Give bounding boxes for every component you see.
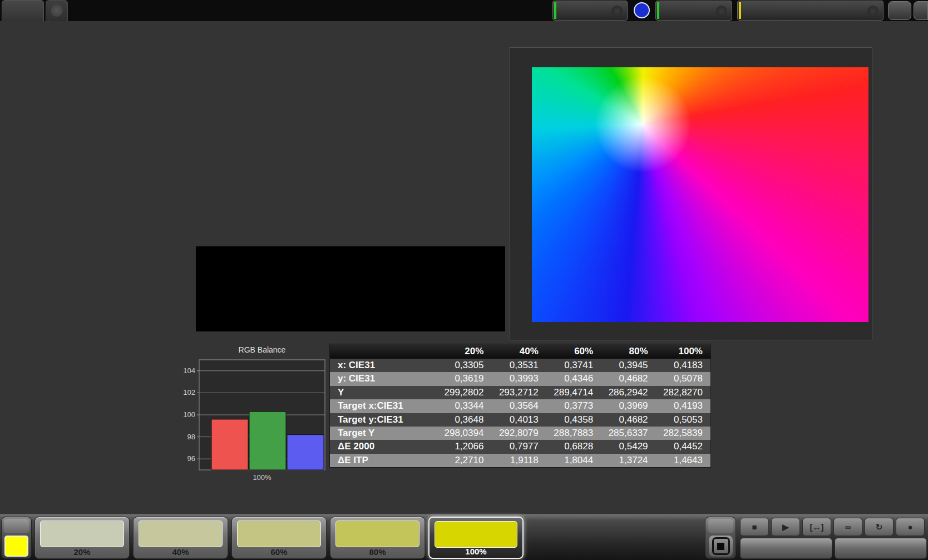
tab-add[interactable] <box>46 0 68 21</box>
table-col-header: 60% <box>546 344 601 359</box>
table-value: 0,3773 <box>546 399 601 413</box>
table-value: 1,9118 <box>491 454 546 467</box>
patch-level-button-40%[interactable]: 40% <box>133 517 228 559</box>
settings-button[interactable] <box>888 1 911 20</box>
table-col-header: 40% <box>491 344 546 359</box>
pattern-window-button[interactable] <box>709 536 733 557</box>
table-value: 0,3344 <box>437 399 491 413</box>
table-value: 0,3741 <box>546 359 601 372</box>
table-value: 0,4013 <box>491 413 546 427</box>
rgb-bar-G <box>249 412 286 470</box>
cie-1976-chart <box>510 47 872 340</box>
table-value: 0,3619 <box>437 372 491 385</box>
patch-color-swatch <box>139 521 223 547</box>
table-value: 282,5839 <box>656 427 710 440</box>
table-value: 289,4714 <box>546 386 601 399</box>
single-measure-button[interactable]: [↔] <box>802 518 831 536</box>
table-value: 0,4358 <box>546 413 601 427</box>
table-value: 0,3993 <box>491 372 546 385</box>
patch-color-swatch <box>40 521 124 547</box>
back-button[interactable] <box>740 538 832 559</box>
table-value: 292,8079 <box>491 427 546 440</box>
meter-status-stripe <box>554 2 556 19</box>
svg-text:98: 98 <box>187 433 195 441</box>
table-value: 0,4193 <box>656 399 710 413</box>
display-control-status-stripe <box>739 2 741 19</box>
row-label: y: CIE31 <box>330 372 437 385</box>
stop-icon: ■ <box>752 522 757 532</box>
patch-color-swatch <box>335 521 419 547</box>
meter-dropdown[interactable] <box>552 1 628 21</box>
rgb-bar-R <box>211 419 248 470</box>
display-control-dropdown[interactable] <box>737 1 883 21</box>
svg-text:100%: 100% <box>253 473 272 482</box>
patch-level-button-60%[interactable]: 60% <box>231 517 327 559</box>
table-value: 0,5053 <box>656 413 710 427</box>
table-row: ΔE 20001,20660,79770,68280,54290,4452 <box>330 440 710 453</box>
table-value: 299,2802 <box>437 386 491 399</box>
row-label: ΔE ITP <box>330 454 437 467</box>
loop-button[interactable]: ↻ <box>865 518 894 536</box>
next-button[interactable] <box>835 538 927 559</box>
table-value: 286,2942 <box>601 386 655 399</box>
rgb-balance-svg: RGB Balance9698100102104100% <box>182 345 328 485</box>
chevron-down-icon <box>611 6 623 17</box>
target-label <box>197 283 206 315</box>
chevron-down-icon <box>867 6 878 17</box>
table-value: 1,4643 <box>656 454 710 467</box>
source-dropdown[interactable] <box>655 1 732 21</box>
chevron-down-icon <box>716 6 727 17</box>
rgb-bar-B <box>287 435 324 470</box>
tab-history-1[interactable] <box>2 0 44 21</box>
table-col-header: 100% <box>656 344 710 359</box>
table-col-header: 20% <box>437 344 491 359</box>
record-icon: ● <box>907 522 912 532</box>
table-value: 293,2712 <box>491 386 546 399</box>
svg-text:104: 104 <box>183 366 195 375</box>
patch-nav-stack <box>1 517 32 559</box>
pattern-window-stack <box>705 517 736 559</box>
table-row: Y299,2802293,2712289,4714286,2942282,827… <box>330 386 710 399</box>
app-window: RGB Balance9698100102104100% 20%40%60%80… <box>0 0 928 560</box>
table-value: 0,3564 <box>491 399 546 413</box>
patch-level-button-20%[interactable]: 20% <box>34 517 130 559</box>
table-value: 1,2066 <box>437 440 491 453</box>
loop-icon: ↻ <box>876 522 883 532</box>
table-value: 0,6828 <box>546 440 601 453</box>
patch-level-label: 40% <box>134 547 228 557</box>
svg-text:102: 102 <box>183 388 195 397</box>
table-value: 282,8270 <box>656 386 710 399</box>
table-value: 0,3305 <box>437 359 491 372</box>
table-value: 1,3724 <box>601 454 655 467</box>
svg-text:100: 100 <box>183 410 195 419</box>
row-label: Target Y <box>330 427 437 440</box>
patch-level-label: 80% <box>330 547 424 557</box>
table-value: 285,6337 <box>601 427 655 440</box>
table-row: Target y:CIE310,36480,40130,43580,46820,… <box>330 413 710 427</box>
patch-level-button-100%[interactable]: 100% <box>428 517 524 559</box>
table-row: x: CIE310,33050,35310,37410,39450,4183 <box>330 359 710 372</box>
svg-text:RGB Balance: RGB Balance <box>239 345 286 354</box>
svg-text:96: 96 <box>187 454 195 463</box>
patch-color-swatch <box>237 521 321 547</box>
row-label: Target y:CIE31 <box>330 413 437 427</box>
table-value: 0,3531 <box>491 359 546 372</box>
table-value: 288,7883 <box>546 427 601 440</box>
table-value: 1,8044 <box>546 454 601 467</box>
play-button[interactable]: ▶ <box>771 518 800 536</box>
continuous-measure-button[interactable]: ∞ <box>833 518 862 536</box>
table-value: 0,3969 <box>601 399 655 413</box>
record-button[interactable]: ● <box>896 518 925 536</box>
row-label: x: CIE31 <box>330 359 437 372</box>
table-col-header: 80% <box>601 344 655 359</box>
collapse-panel-button[interactable] <box>914 1 928 20</box>
patch-level-button-80%[interactable]: 80% <box>330 517 425 559</box>
results-table: 20%40%60%80%100%x: CIE310,33050,35310,37… <box>329 344 711 468</box>
table-value: 298,0394 <box>437 427 491 440</box>
patch-level-label: 20% <box>35 547 129 557</box>
stop-button[interactable]: ■ <box>740 518 769 536</box>
pattern-collapse-button[interactable] <box>708 519 733 533</box>
patch-collapse-button[interactable] <box>4 519 29 533</box>
add-icon <box>51 4 63 17</box>
table-header-row: 20%40%60%80%100% <box>330 344 710 359</box>
